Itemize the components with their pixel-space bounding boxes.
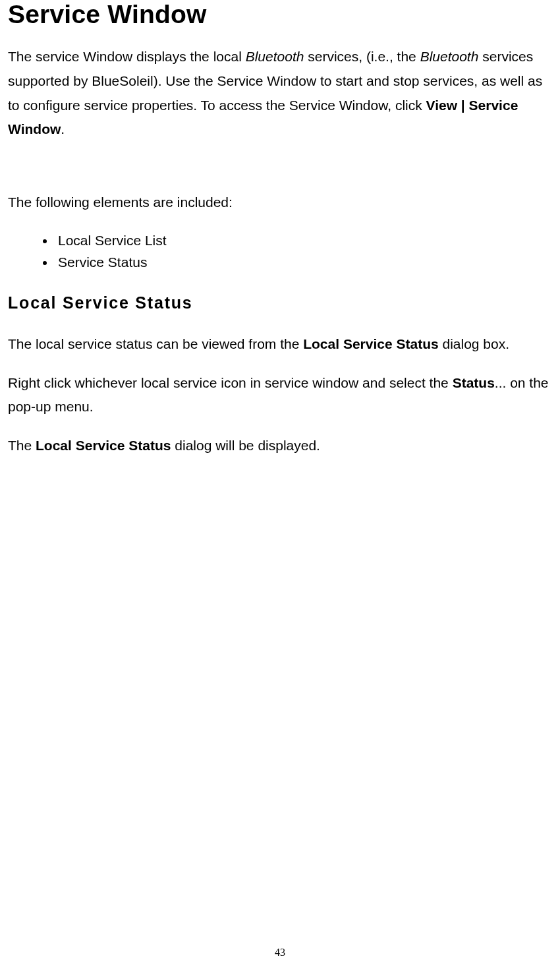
document-page: Service Window The service Window displa… — [0, 0, 560, 973]
blank-spacer — [8, 156, 552, 191]
bold-run: Status — [453, 375, 495, 390]
intro-paragraph: The service Window displays the local Bl… — [8, 45, 552, 142]
italic-run: Bluetooth — [246, 49, 304, 64]
elements-list: Local Service List Service Status — [8, 229, 552, 274]
list-item: Local Service List — [55, 229, 552, 252]
bold-run: Local Service Status — [303, 336, 438, 351]
text-run: dialog will be displayed. — [171, 438, 320, 453]
page-number: 43 — [0, 947, 560, 958]
text-run: services, (i.e., the — [304, 49, 420, 64]
italic-run: Bluetooth — [420, 49, 479, 64]
list-item: Service Status — [55, 251, 552, 274]
section-heading: Local Service Status — [8, 293, 552, 312]
text-run: Right click whichever local service icon… — [8, 375, 453, 390]
text-run: The service Window displays the local — [8, 49, 246, 64]
text-run: The local service status can be viewed f… — [8, 336, 303, 351]
body-paragraph: The local service status can be viewed f… — [8, 332, 552, 357]
page-title: Service Window — [8, 0, 552, 29]
bold-run: Local Service Status — [36, 438, 171, 453]
body-paragraph: The Local Service Status dialog will be … — [8, 434, 552, 458]
text-run: dialog box. — [439, 336, 509, 351]
body-paragraph: Right click whichever local service icon… — [8, 371, 552, 420]
text-run: . — [61, 121, 65, 136]
text-run: The — [8, 438, 36, 453]
lead-paragraph: The following elements are included: — [8, 191, 552, 215]
